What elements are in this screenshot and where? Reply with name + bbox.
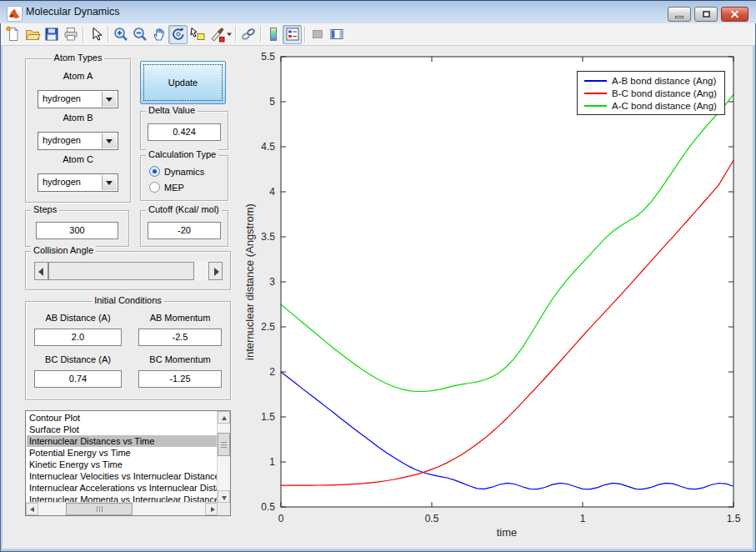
horizontal-scrollbar[interactable] xyxy=(26,502,218,515)
atom-types-panel: Atom Types Atom A hydrogen Atom B hydrog… xyxy=(25,58,131,203)
y-tick-label: 2.5 xyxy=(261,321,275,333)
plot-background xyxy=(281,57,733,507)
delta-value-title: Delta Value xyxy=(146,105,198,115)
list-item[interactable]: Internuclear Accelerations vs Internucle… xyxy=(27,482,218,494)
chevron-down-icon[interactable] xyxy=(102,92,117,107)
arrow-right-icon xyxy=(211,507,215,512)
figure-window: Molecular Dynamics 00.511.50.511.522.533… xyxy=(0,0,756,552)
y-tick-label: 4 xyxy=(269,186,275,198)
legend-line-sample xyxy=(584,105,607,107)
y-tick-label: 4.5 xyxy=(261,141,275,153)
atom-a-value: hydrogen xyxy=(43,93,81,103)
y-tick-label: 0.5 xyxy=(261,501,275,513)
atom-types-title: Atom Types xyxy=(52,53,105,63)
list-item[interactable]: Kinetic Energy vs Time xyxy=(27,459,218,470)
atom-a-dropdown[interactable]: hydrogen xyxy=(38,90,118,108)
list-item[interactable]: Internuclear Velocities vs Internuclear … xyxy=(27,470,218,482)
atom-c-label: Atom C xyxy=(26,154,130,164)
arrow-up-icon xyxy=(222,416,227,420)
radio-mep-label: MEP xyxy=(164,183,184,193)
atom-c-value: hydrogen xyxy=(43,177,81,187)
atom-b-label: Atom B xyxy=(26,113,130,123)
initial-conditions-panel: Initial Conditions AB Distance (A) AB Mo… xyxy=(25,301,231,400)
steps-panel: Steps 300 xyxy=(25,210,129,247)
arrow-left-icon xyxy=(38,268,43,276)
y-tick-label: 5 xyxy=(269,96,275,108)
calculation-type-panel: Calculation Type Dynamics MEP xyxy=(140,155,228,201)
x-tick-label: 0 xyxy=(278,513,284,524)
bc-momentum-field[interactable]: -1.25 xyxy=(138,370,222,388)
y-tick-label: 2 xyxy=(269,366,275,378)
atom-b-value: hydrogen xyxy=(43,135,81,145)
ab-momentum-field[interactable]: -2.5 xyxy=(138,329,222,346)
chevron-down-icon[interactable] xyxy=(102,133,117,148)
y-tick-label: 3 xyxy=(269,276,275,288)
y-tick-label: 5.5 xyxy=(261,51,275,63)
radio-selected-icon[interactable] xyxy=(149,166,160,177)
arrow-down-icon xyxy=(222,496,227,500)
bc-momentum-label: BC Momentum xyxy=(138,354,222,364)
legend-entry: A-C bond distance (Ang) xyxy=(578,99,724,112)
y-tick-label: 1.5 xyxy=(261,411,275,423)
steps-field[interactable]: 300 xyxy=(36,222,118,239)
collision-angle-slider[interactable] xyxy=(34,262,223,280)
legend-line-sample xyxy=(584,93,607,94)
vertical-scrollbar[interactable] xyxy=(217,411,230,503)
list-item[interactable]: Surface Plot xyxy=(27,424,218,435)
x-tick-label: 1.5 xyxy=(727,513,741,524)
arrow-left-icon xyxy=(30,507,34,512)
scroll-left-button[interactable] xyxy=(26,503,38,515)
scroll-up-button[interactable] xyxy=(218,411,230,424)
list-item[interactable]: Potential Energy vs Time xyxy=(27,447,218,459)
chevron-down-icon[interactable] xyxy=(102,175,117,190)
initial-conditions-title: Initial Conditions xyxy=(92,295,164,305)
collision-angle-panel: Collision Angle xyxy=(25,251,231,290)
legend-label: A-C bond distance (Ang) xyxy=(612,101,717,111)
scrollbar-corner xyxy=(218,503,230,515)
steps-title: Steps xyxy=(31,204,59,214)
radio-mep[interactable]: MEP xyxy=(149,182,184,193)
scroll-down-button[interactable] xyxy=(218,490,230,503)
ab-momentum-label: AB Momentum xyxy=(138,313,222,323)
x-tick-label: 0.5 xyxy=(425,513,439,524)
legend-entry: A-B bond distance (Ang) xyxy=(578,74,724,87)
ab-distance-label: AB Distance (A) xyxy=(34,313,122,323)
list-item[interactable]: Contour Plot xyxy=(27,412,218,424)
plot-type-listbox[interactable]: Contour PlotSurface PlotInternuclear Dis… xyxy=(25,410,231,516)
calculation-type-title: Calculation Type xyxy=(146,149,218,159)
radio-unselected-icon[interactable] xyxy=(149,182,160,193)
list-item[interactable]: Internuclear Distances vs Time xyxy=(27,435,218,447)
cutoff-title: Cutoff (Kcal/ mol) xyxy=(146,204,222,214)
legend-line-sample xyxy=(584,80,607,82)
horizontal-scroll-thumb[interactable] xyxy=(66,503,133,515)
x-tick-label: 1 xyxy=(580,513,586,524)
collision-angle-title: Collision Angle xyxy=(31,245,96,255)
bc-distance-field[interactable]: 0.74 xyxy=(34,370,122,388)
vertical-scroll-thumb[interactable] xyxy=(218,433,230,456)
ab-distance-field[interactable]: 2.0 xyxy=(34,329,122,346)
scroll-right-button[interactable] xyxy=(205,503,218,515)
y-axis-label: internuclear distance (Angstrom) xyxy=(243,203,256,360)
delta-value-field[interactable]: 0.424 xyxy=(148,123,221,141)
legend-entry: B-C bond distance (Ang) xyxy=(578,87,724,99)
radio-dynamics-label: Dynamics xyxy=(164,167,204,177)
slider-thumb[interactable] xyxy=(48,262,194,280)
cutoff-panel: Cutoff (Kcal/ mol) -20 xyxy=(140,210,228,247)
bc-distance-label: BC Distance (A) xyxy=(34,354,122,364)
atom-c-dropdown[interactable]: hydrogen xyxy=(38,173,118,192)
legend-label: B-C bond distance (Ang) xyxy=(612,88,717,98)
radio-dynamics[interactable]: Dynamics xyxy=(149,166,204,177)
legend-label: A-B bond distance (Ang) xyxy=(612,76,716,86)
x-axis-label: time xyxy=(497,526,518,539)
y-tick-label: 3.5 xyxy=(261,231,275,243)
atom-b-dropdown[interactable]: hydrogen xyxy=(38,132,118,150)
delta-value-panel: Delta Value 0.424 xyxy=(140,111,228,150)
plot-legend[interactable]: A-B bond distance (Ang)B-C bond distance… xyxy=(577,71,725,115)
atom-a-label: Atom A xyxy=(26,71,130,81)
arrow-right-icon xyxy=(214,268,219,276)
cutoff-field[interactable]: -20 xyxy=(148,222,221,239)
y-tick-label: 1 xyxy=(269,456,275,468)
slider-right-arrow[interactable] xyxy=(208,262,223,280)
update-button[interactable]: Update xyxy=(140,61,226,104)
slider-left-arrow[interactable] xyxy=(34,262,48,280)
